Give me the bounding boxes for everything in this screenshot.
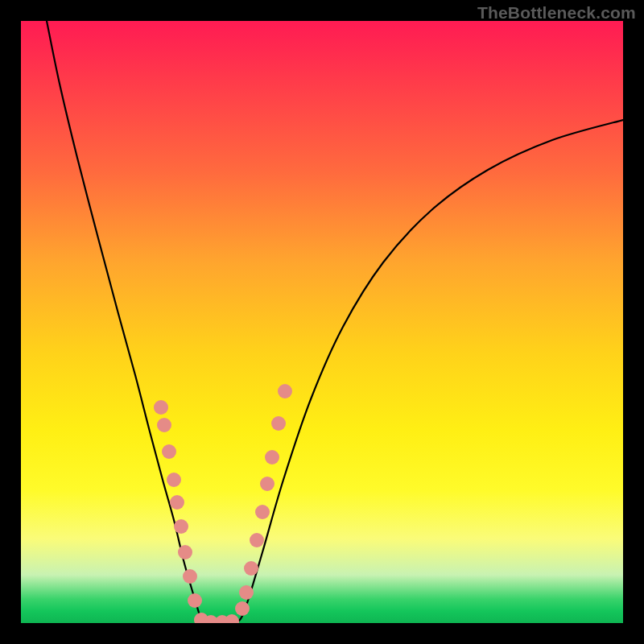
watermark: TheBottleneck.com	[477, 3, 636, 23]
data-point	[167, 473, 181, 487]
bottleneck-curve	[47, 21, 623, 622]
data-point	[188, 593, 202, 608]
data-points	[154, 384, 292, 623]
data-point	[244, 561, 258, 576]
data-point	[225, 614, 239, 623]
data-point	[170, 495, 184, 510]
data-point	[255, 505, 270, 519]
data-point	[265, 450, 279, 464]
data-point	[157, 418, 171, 432]
chart-frame	[21, 21, 623, 623]
data-point	[260, 477, 275, 491]
bottleneck-curve-plot	[21, 21, 623, 623]
data-point	[250, 533, 264, 547]
data-point	[178, 545, 192, 559]
data-point	[162, 444, 176, 459]
data-point	[239, 585, 254, 600]
data-point	[183, 569, 197, 584]
data-point	[154, 400, 168, 415]
data-point	[235, 601, 250, 616]
data-point	[174, 519, 188, 534]
data-point	[271, 416, 286, 431]
data-point	[278, 384, 292, 398]
